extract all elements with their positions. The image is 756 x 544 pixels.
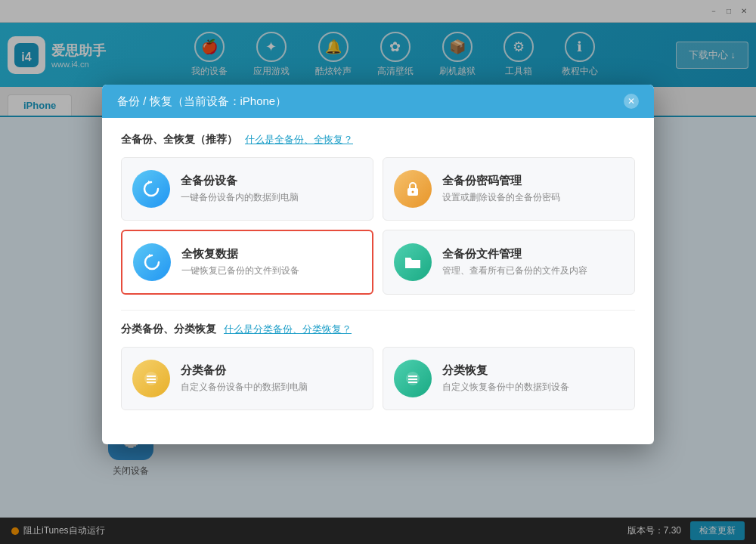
card-desc-category-restore: 自定义恢复备份中的数据到设备 <box>442 381 569 394</box>
card-title-backup-password: 全备份密码管理 <box>442 174 560 188</box>
card-icon-category-backup <box>132 360 170 397</box>
card-title-full-backup: 全备份设备 <box>181 174 299 188</box>
card-backup-files[interactable]: 全备份文件管理 管理、查看所有已备份的文件及内容 <box>383 230 635 295</box>
card-title-category-restore: 分类恢复 <box>442 363 569 378</box>
section2-link[interactable]: 什么是分类备份、分类恢复？ <box>224 323 352 336</box>
card-icon-backup-files <box>394 243 432 281</box>
card-content-backup-password: 全备份密码管理 设置或删除设备的全备份密码 <box>442 174 560 204</box>
card-content-full-restore: 全恢复数据 一键恢复已备份的文件到设备 <box>181 247 299 277</box>
card-desc-full-backup: 一键备份设备内的数据到电脑 <box>181 191 299 204</box>
overlay: 备份 / 恢复（当前设备：iPhone） ✕ 全备份、全恢复（推荐） 什么是全备… <box>0 0 756 544</box>
card-title-backup-files: 全备份文件管理 <box>442 247 587 261</box>
card-icon-category-restore <box>394 360 432 397</box>
dialog: 备份 / 恢复（当前设备：iPhone） ✕ 全备份、全恢复（推荐） 什么是全备… <box>102 85 654 444</box>
card-category-restore[interactable]: 分类恢复 自定义恢复备份中的数据到设备 <box>383 347 635 410</box>
card-backup-password[interactable]: 全备份密码管理 设置或删除设备的全备份密码 <box>383 157 635 221</box>
card-content-full-backup: 全备份设备 一键备份设备内的数据到电脑 <box>181 174 299 204</box>
card-full-restore[interactable]: 全恢复数据 一键恢复已备份的文件到设备 <box>121 230 373 295</box>
cards-grid-1: 全备份设备 一键备份设备内的数据到电脑 全备份密码管理 设置或删除设备的全备份密… <box>121 157 635 295</box>
card-full-backup[interactable]: 全备份设备 一键备份设备内的数据到电脑 <box>121 157 373 221</box>
card-icon-full-backup <box>132 170 170 208</box>
card-desc-category-backup: 自定义备份设备中的数据到电脑 <box>181 381 308 394</box>
card-category-backup[interactable]: 分类备份 自定义备份设备中的数据到电脑 <box>121 347 373 410</box>
section1-header: 全备份、全恢复（推荐） 什么是全备份、全恢复？ <box>121 133 635 147</box>
card-title-full-restore: 全恢复数据 <box>181 247 299 261</box>
card-icon-backup-password <box>394 170 432 208</box>
card-desc-backup-files: 管理、查看所有已备份的文件及内容 <box>442 264 587 277</box>
section2-header: 分类备份、分类恢复 什么是分类备份、分类恢复？ <box>121 323 635 336</box>
section1-link[interactable]: 什么是全备份、全恢复？ <box>245 133 353 147</box>
dialog-body: 全备份、全恢复（推荐） 什么是全备份、全恢复？ 全备份设备 一键备份设备内的数据… <box>102 118 654 444</box>
card-desc-full-restore: 一键恢复已备份的文件到设备 <box>181 264 299 277</box>
section2-title: 分类备份、分类恢复 <box>121 323 216 336</box>
dialog-close-button[interactable]: ✕ <box>624 94 639 109</box>
card-title-category-backup: 分类备份 <box>181 363 308 378</box>
dialog-title: 备份 / 恢复（当前设备：iPhone） <box>117 94 287 109</box>
card-icon-full-restore <box>133 243 171 281</box>
section1-title: 全备份、全恢复（推荐） <box>121 133 237 147</box>
dialog-header: 备份 / 恢复（当前设备：iPhone） ✕ <box>102 85 654 118</box>
card-desc-backup-password: 设置或删除设备的全备份密码 <box>442 191 560 204</box>
card-content-category-backup: 分类备份 自定义备份设备中的数据到电脑 <box>181 363 308 394</box>
svg-point-3 <box>412 191 414 193</box>
cards-grid-2: 分类备份 自定义备份设备中的数据到电脑 分类恢复 自定义恢复备份中的数据到设备 <box>121 347 635 410</box>
divider <box>121 310 635 311</box>
card-content-category-restore: 分类恢复 自定义恢复备份中的数据到设备 <box>442 363 569 394</box>
card-content-backup-files: 全备份文件管理 管理、查看所有已备份的文件及内容 <box>442 247 587 277</box>
